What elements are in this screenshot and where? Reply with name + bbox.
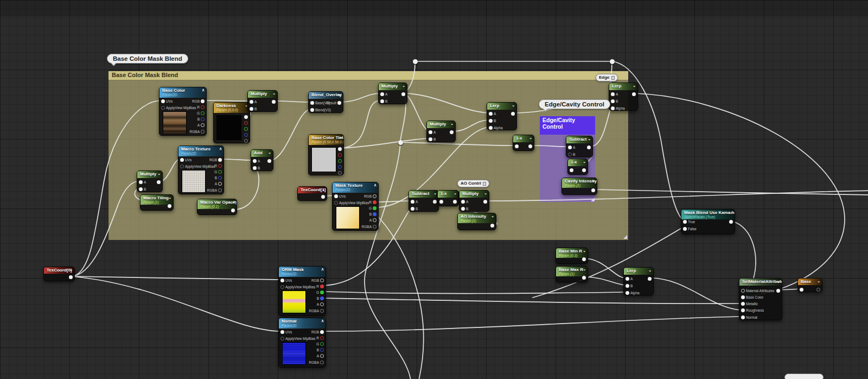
pin-rgba[interactable]: RGBA xyxy=(309,359,324,365)
pin-dot[interactable] xyxy=(338,171,342,175)
pin-dot[interactable] xyxy=(320,285,324,288)
pin-in[interactable] xyxy=(515,143,519,149)
node-header[interactable]: Multiply⌄ xyxy=(248,91,277,98)
node-header[interactable]: Mask Blend Use Kama hai?SwitchParam (Tru… xyxy=(681,210,735,219)
pin-dot[interactable] xyxy=(267,159,271,163)
pin-b[interactable]: B xyxy=(139,186,146,192)
pin-out[interactable] xyxy=(231,207,235,213)
bubble-toggle-icon[interactable] xyxy=(483,182,486,186)
pin-dot[interactable] xyxy=(180,158,184,162)
node-header[interactable]: Multiply⌄ xyxy=(459,191,489,198)
pin-out[interactable] xyxy=(816,287,820,292)
wire[interactable] xyxy=(486,191,868,201)
node-header[interactable]: Lerp⌄ xyxy=(487,103,516,110)
pin-dot[interactable] xyxy=(320,290,324,294)
node-base-color[interactable]: Base ColorParam2D∧UVsApplyView MipBiasRG… xyxy=(159,87,207,136)
pin-out[interactable] xyxy=(729,219,733,224)
pin-dot[interactable] xyxy=(511,112,515,116)
node-header[interactable]: AO IntensityParam (1)⌄ xyxy=(458,213,496,223)
pin-dot[interactable] xyxy=(218,176,222,180)
pin-out[interactable] xyxy=(157,179,161,185)
pin-dot[interactable] xyxy=(334,194,338,198)
pin-false[interactable]: False xyxy=(683,226,697,231)
pin-in[interactable] xyxy=(570,167,573,173)
pin-dot[interactable] xyxy=(582,276,586,280)
pin-a[interactable]: A xyxy=(317,353,324,359)
pin-dot[interactable] xyxy=(244,127,248,131)
node-macro-tiling[interactable]: Macro TilingParam (1)⌄ xyxy=(140,194,174,211)
pin-dot[interactable] xyxy=(411,200,414,204)
pin-out[interactable] xyxy=(338,146,342,151)
node-header[interactable]: Add⌄ xyxy=(251,150,273,157)
pin-a[interactable]: A xyxy=(380,91,387,97)
node-one-minus-x-2[interactable]: 1-x⌄ xyxy=(437,190,459,206)
pin-r[interactable]: R xyxy=(316,283,324,289)
node-header[interactable]: Base Color TintParam (0.58,0.58,0.58)⌄ xyxy=(309,135,343,145)
pin-out[interactable] xyxy=(244,138,248,143)
pin-dot[interactable] xyxy=(250,100,253,104)
node-header[interactable]: 1-x⌄ xyxy=(568,159,588,166)
pin-dot[interactable] xyxy=(741,308,745,312)
node-base-max-r[interactable]: Base Max RParam (1)⌄ xyxy=(556,266,588,282)
pin-dot[interactable] xyxy=(180,165,184,168)
node-orm-mask[interactable]: ORM MaskParam2D∧UVsApplyView MipBiasRGBR… xyxy=(278,266,326,316)
pin-blend-v3-[interactable]: Blend(V3) xyxy=(310,107,331,112)
pin-dot[interactable] xyxy=(244,115,248,119)
pin-dot[interactable] xyxy=(373,200,376,204)
pin-a[interactable]: A xyxy=(253,158,260,163)
pin-dot[interactable] xyxy=(683,220,687,224)
pin-a[interactable]: A xyxy=(197,123,205,128)
pin-dot[interactable] xyxy=(321,195,325,199)
collapse-chevron-icon[interactable]: ∧ xyxy=(321,267,324,271)
pin-material-attributes[interactable]: Material Attributes xyxy=(741,288,774,293)
pin-dot[interactable] xyxy=(373,212,376,216)
pin-out[interactable] xyxy=(483,199,487,204)
pin-a[interactable]: A xyxy=(489,111,496,116)
pin-out[interactable] xyxy=(244,126,248,131)
pin-dot[interactable] xyxy=(280,279,284,282)
wire[interactable] xyxy=(533,228,682,298)
node-header[interactable]: DarknessParam (0,0,0)⌄ xyxy=(214,103,250,113)
comment-bubble-bubble-bottom-stub[interactable] xyxy=(784,374,824,379)
pin-dot[interactable] xyxy=(483,200,487,204)
pin-r[interactable]: R xyxy=(369,199,376,205)
pin-dot[interactable] xyxy=(320,361,324,364)
node-header[interactable]: Multiply⌄ xyxy=(427,121,455,128)
pin-out[interactable] xyxy=(338,158,342,163)
pin-dot[interactable] xyxy=(218,182,222,186)
node-lerp-2[interactable]: Lerp⌄ABAlpha xyxy=(623,267,654,295)
pin-a[interactable]: A xyxy=(411,199,418,204)
pin-dot[interactable] xyxy=(800,288,803,292)
pin-dot[interactable] xyxy=(244,133,248,137)
node-multiply-2[interactable]: Multiply⌄AB xyxy=(137,170,163,192)
pin-out[interactable] xyxy=(168,203,171,209)
pin-dot[interactable] xyxy=(244,121,248,125)
node-cavity-intensity[interactable]: Cavity IntensityParam (1)⌄ xyxy=(561,178,597,195)
node-header[interactable]: Multiply⌄ xyxy=(137,171,162,178)
collapse-chevron-icon[interactable]: ⌄ xyxy=(592,179,595,183)
node-add-1[interactable]: Add⌄AB xyxy=(251,149,273,171)
pin-b[interactable]: B xyxy=(197,117,205,122)
wire[interactable] xyxy=(341,138,429,148)
pin-b[interactable]: B xyxy=(250,106,257,111)
pin-alpha[interactable]: Alpha xyxy=(489,125,503,130)
pin-out[interactable] xyxy=(338,164,342,169)
node-base-color-tint[interactable]: Base Color TintParam (0.58,0.58,0.58)⌄ xyxy=(308,134,344,175)
node-header[interactable]: ORM MaskParam2D∧ xyxy=(279,267,326,277)
pin-dot[interactable] xyxy=(490,224,494,228)
pin-dot[interactable] xyxy=(201,123,205,127)
pin-dot[interactable] xyxy=(373,194,376,198)
pin-dot[interactable] xyxy=(320,296,324,300)
pin-true[interactable]: True xyxy=(683,219,695,224)
collapse-chevron-icon[interactable]: ⌄ xyxy=(648,268,652,273)
pin-dot[interactable] xyxy=(683,227,687,231)
pin-r[interactable]: R xyxy=(214,163,222,168)
wire[interactable] xyxy=(323,292,625,294)
pin-dot[interactable] xyxy=(632,92,636,96)
pin-dot[interactable] xyxy=(489,112,493,116)
pin-a[interactable]: A xyxy=(568,144,575,150)
pin-dot[interactable] xyxy=(741,289,745,293)
pin-dot[interactable] xyxy=(280,330,284,334)
pin-metallic[interactable]: Metallic xyxy=(741,301,758,307)
pin-out[interactable] xyxy=(591,187,595,193)
